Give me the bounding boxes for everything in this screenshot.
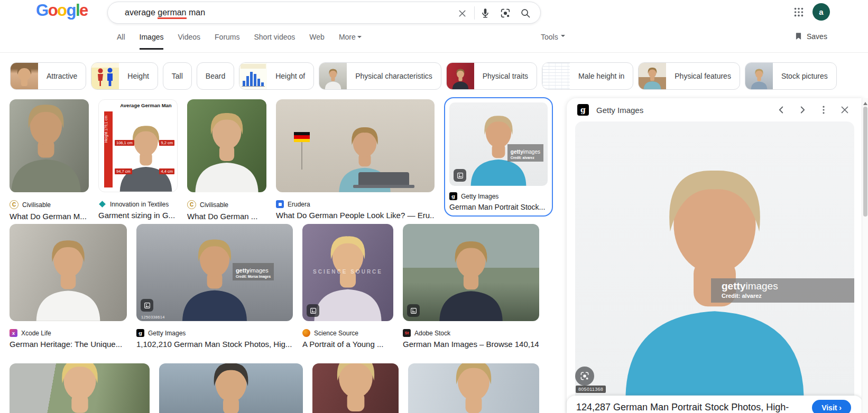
search-inside-image-lens-button[interactable] <box>575 367 594 386</box>
tab-more[interactable]: More <box>339 33 362 48</box>
source-name: Getty Images <box>148 330 186 337</box>
chevron-down-icon <box>357 36 362 40</box>
chip-attractive[interactable]: Attractive <box>10 62 86 90</box>
filter-chips-bar: Attractive Height Tall Beard Height of P… <box>10 62 837 90</box>
source-name: Civilisable <box>22 201 51 209</box>
image-result[interactable]: xXcode Life German Heritage: The Unique.… <box>10 224 127 349</box>
search-input[interactable]: average german man <box>125 2 205 23</box>
selected-image-result[interactable]: gettyimages Credit: alvarez gGetty Image… <box>444 97 553 217</box>
chevron-right-icon <box>797 104 808 116</box>
result-thumbnail <box>276 99 435 192</box>
source-name: Civilisable <box>200 201 228 209</box>
scrollbar-thumb[interactable] <box>863 107 867 217</box>
result-thumbnail <box>403 224 539 321</box>
more-options-button[interactable] <box>813 99 834 120</box>
result-title[interactable]: Garment sizing in G... <box>98 211 178 220</box>
microphone-icon[interactable] <box>479 7 492 20</box>
chip-physical-features[interactable]: Physical features <box>638 62 740 90</box>
vertical-dots-icon <box>818 105 829 115</box>
result-title[interactable]: What Do German People Look Like? — Eru..… <box>276 211 435 220</box>
chip-height[interactable]: Height <box>91 62 158 90</box>
search-bar[interactable]: average german man <box>107 2 541 24</box>
image-result[interactable]: Erudera What Do German People Look Like?… <box>276 99 435 220</box>
chip-male-height-in[interactable]: Male height in <box>542 62 633 90</box>
result-title[interactable]: A Portrait of a Young ... <box>302 340 393 349</box>
result-title[interactable]: 1,102,210 German Man Stock Photos, Hig..… <box>136 340 293 349</box>
preview-title[interactable]: 124,287 German Man Portrait Stock Photos… <box>576 402 804 413</box>
tab-all[interactable]: All <box>117 33 125 48</box>
image-preview-panel: g Getty Images gettyimages Credit: alvar… <box>567 98 863 413</box>
clear-icon[interactable] <box>456 7 468 20</box>
chip-physical-traits[interactable]: Physical traits <box>446 62 537 90</box>
image-result[interactable]: CCivilisable What Do German M... <box>10 99 89 221</box>
result-title[interactable]: German Heritage: The Unique... <box>10 340 127 349</box>
laptop <box>358 172 409 188</box>
result-thumbnail <box>10 363 150 413</box>
image-result[interactable] <box>408 363 539 413</box>
search-icon[interactable] <box>519 7 532 20</box>
image-result[interactable]: Height 179,1 cm Average German Man 106,1… <box>98 99 178 220</box>
image-result[interactable]: StAdobe Stock German Man Images – Browse… <box>403 224 539 349</box>
google-apps-icon[interactable] <box>793 6 805 18</box>
tab-forums[interactable]: Forums <box>215 33 239 48</box>
google-lens-icon <box>579 371 590 381</box>
result-thumbnail: gettyimages Credit: alvarez <box>449 102 548 186</box>
source-favicon <box>302 329 310 337</box>
source-name: Xcode Life <box>21 330 51 337</box>
saves-button[interactable]: Saves <box>794 32 827 41</box>
preview-image[interactable]: gettyimages Credit: alvarez 805011368 <box>575 121 854 396</box>
close-panel-button[interactable] <box>834 99 855 120</box>
result-title[interactable]: What Do German ... <box>187 212 266 221</box>
stock-photo-id: 1250338614 <box>141 315 165 320</box>
result-title[interactable]: German Man Portrait Stock... <box>449 203 548 211</box>
image-result[interactable] <box>312 363 399 413</box>
source-favicon <box>276 200 284 208</box>
stock-photo-badge-icon <box>407 304 420 317</box>
visit-button[interactable]: Visit › <box>812 400 851 413</box>
chip-physical-characteristics[interactable]: Physical characteristics <box>319 62 441 90</box>
tab-web[interactable]: Web <box>309 33 325 48</box>
image-result[interactable]: CCivilisable What Do German ... <box>187 99 266 221</box>
image-result[interactable]: SCIENCE SOURCE Science Source A Portrait… <box>302 224 393 349</box>
chevron-left-icon <box>775 104 787 116</box>
tab-short-videos[interactable]: Short videos <box>254 33 296 48</box>
chip-beard[interactable]: Beard <box>197 62 234 90</box>
chip-stock-pictures[interactable]: Stock pictures <box>745 62 837 90</box>
previous-image-button[interactable] <box>771 99 792 120</box>
chip-thumbnail <box>319 63 347 89</box>
source-favicon: g <box>449 192 457 200</box>
account-avatar[interactable]: a <box>812 3 830 21</box>
preview-source-name[interactable]: Getty Images <box>596 106 771 115</box>
image-result[interactable]: shutterstock <box>159 363 303 413</box>
result-thumbnail <box>187 99 266 192</box>
getty-favicon: g <box>577 104 589 116</box>
image-result[interactable]: gettyimages Credit: Morsa Images 1250338… <box>136 224 293 349</box>
chip-thumbnail <box>11 63 38 89</box>
result-title[interactable]: German Man Images – Browse 140,147 ... <box>403 340 539 349</box>
chip-height-of[interactable]: Height of <box>239 62 314 90</box>
image-result[interactable] <box>10 363 150 413</box>
panel-scrollbar[interactable] <box>862 98 868 413</box>
tab-videos[interactable]: Videos <box>178 33 200 48</box>
google-lens-icon[interactable] <box>499 7 512 20</box>
result-thumbnail: shutterstock <box>159 363 303 413</box>
stock-photo-badge-icon <box>307 304 319 317</box>
google-logo[interactable]: Google <box>36 1 88 20</box>
infographic-title: Average German Man <box>115 102 177 108</box>
chip-tall[interactable]: Tall <box>163 62 192 90</box>
chip-thumbnail <box>639 63 666 89</box>
source-favicon <box>98 200 106 208</box>
getty-watermark: gettyimages Credit: alvarez <box>711 278 854 303</box>
source-favicon: C <box>187 200 196 209</box>
science-source-watermark: SCIENCE SOURCE <box>302 269 393 275</box>
tab-images[interactable]: Images <box>140 33 164 50</box>
chip-thumbnail <box>745 63 773 89</box>
bookmark-icon <box>794 32 803 41</box>
stock-photo-badge-icon <box>141 299 153 312</box>
chip-thumbnail <box>447 63 474 89</box>
tools-button[interactable]: Tools <box>541 33 565 41</box>
scrollbar-up-arrow[interactable] <box>863 100 867 105</box>
next-image-button[interactable] <box>792 99 813 120</box>
result-title[interactable]: What Do German M... <box>10 212 89 221</box>
source-favicon: C <box>10 200 19 209</box>
